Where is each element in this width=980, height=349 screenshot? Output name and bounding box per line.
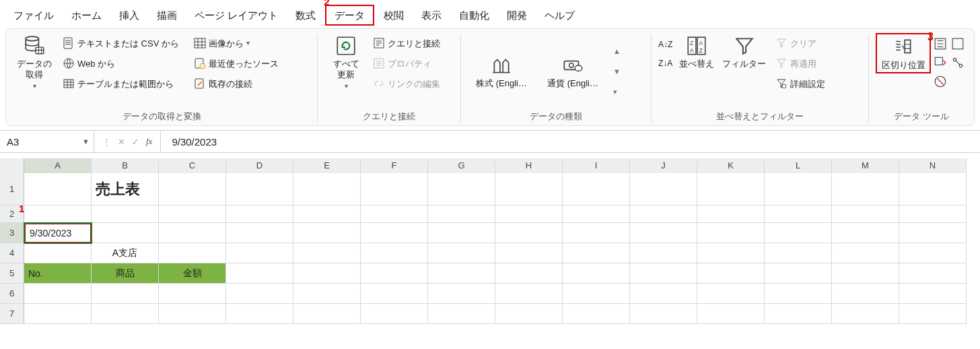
cell[interactable]: [495, 173, 563, 205]
col-header[interactable]: L: [765, 158, 832, 174]
col-header[interactable]: C: [159, 158, 226, 174]
relationships-icon[interactable]: [951, 56, 965, 69]
cell[interactable]: [563, 284, 630, 304]
cell[interactable]: [293, 173, 361, 205]
cell[interactable]: [361, 304, 428, 324]
queries-connections-button[interactable]: クエリと接続: [370, 33, 443, 53]
cell[interactable]: [563, 304, 630, 324]
cell[interactable]: [563, 223, 630, 243]
menu-data[interactable]: 2 データ: [325, 5, 374, 26]
reapply-filter-button[interactable]: 再適用: [773, 53, 828, 73]
cell[interactable]: [24, 304, 92, 324]
sort-asc-icon[interactable]: A↓Z: [658, 40, 672, 49]
cell[interactable]: [361, 173, 428, 205]
edit-links-button[interactable]: リンクの編集: [370, 73, 443, 94]
cell-header-amount[interactable]: 金額: [159, 263, 226, 284]
consolidate-icon[interactable]: [951, 37, 965, 51]
cell[interactable]: [630, 173, 697, 205]
col-header[interactable]: K: [697, 158, 765, 174]
cell[interactable]: [832, 263, 899, 284]
chevron-down-icon[interactable]: ▼: [82, 137, 90, 146]
row-header[interactable]: 1 2: [0, 205, 24, 223]
cell[interactable]: [361, 223, 428, 243]
cell[interactable]: [697, 304, 765, 324]
cell[interactable]: [293, 263, 361, 284]
cell[interactable]: [24, 284, 92, 304]
cell[interactable]: [563, 263, 630, 284]
cell[interactable]: [226, 243, 293, 263]
formula-bar-collapse-icon[interactable]: ⋮: [102, 137, 111, 147]
chevron-down-icon[interactable]: ▼: [613, 67, 621, 75]
menu-automate[interactable]: 自動化: [451, 6, 497, 24]
cell[interactable]: [765, 205, 832, 223]
advanced-filter-button[interactable]: 詳細設定: [773, 73, 828, 94]
col-header[interactable]: A: [24, 158, 92, 174]
cell[interactable]: [697, 284, 765, 304]
fx-icon[interactable]: fx: [146, 136, 152, 147]
cell[interactable]: [226, 223, 293, 243]
cell[interactable]: [361, 263, 428, 284]
sort-desc-icon[interactable]: Z↓A: [658, 59, 672, 68]
menu-insert[interactable]: 挿入: [111, 6, 147, 24]
data-validation-icon[interactable]: [934, 75, 947, 88]
cell[interactable]: [24, 205, 92, 223]
cell[interactable]: [293, 304, 361, 324]
cell[interactable]: [293, 223, 361, 243]
cell[interactable]: [361, 243, 428, 263]
cell[interactable]: [899, 205, 967, 223]
cell[interactable]: [832, 223, 899, 243]
cell[interactable]: [899, 263, 967, 284]
enter-icon[interactable]: ✓: [132, 137, 139, 147]
cell[interactable]: [832, 205, 899, 223]
formula-input[interactable]: 9/30/2023: [161, 136, 980, 148]
cell[interactable]: [563, 173, 630, 205]
row-header[interactable]: 7: [0, 304, 24, 324]
cell[interactable]: [630, 223, 697, 243]
filter-button[interactable]: フィルター: [718, 33, 770, 71]
cell[interactable]: [293, 205, 361, 223]
cell[interactable]: [495, 304, 563, 324]
cell[interactable]: [293, 284, 361, 304]
cancel-icon[interactable]: ✕: [118, 137, 125, 147]
col-header[interactable]: G: [428, 158, 495, 174]
text-to-columns-button[interactable]: 3 区切り位置: [876, 33, 931, 73]
cell[interactable]: [630, 304, 697, 324]
cell[interactable]: [832, 304, 899, 324]
cell[interactable]: [697, 243, 765, 263]
cell[interactable]: [24, 173, 92, 205]
refresh-all-button[interactable]: すべて更新: [324, 33, 368, 92]
cell[interactable]: [765, 304, 832, 324]
cell[interactable]: [92, 205, 159, 223]
expand-gallery-icon[interactable]: ▾: [613, 88, 621, 96]
menu-file[interactable]: ファイル: [5, 6, 62, 24]
cell[interactable]: [226, 173, 293, 205]
cell[interactable]: [159, 173, 226, 205]
cell[interactable]: [159, 284, 226, 304]
cell[interactable]: [361, 205, 428, 223]
row-header[interactable]: 6: [0, 284, 24, 304]
cell[interactable]: [428, 304, 495, 324]
cell[interactable]: [563, 205, 630, 223]
col-header[interactable]: M: [832, 158, 899, 174]
cell-title[interactable]: 売上表: [92, 173, 159, 205]
cell[interactable]: [428, 173, 495, 205]
cell[interactable]: [226, 284, 293, 304]
cell[interactable]: [92, 284, 159, 304]
cell[interactable]: [226, 263, 293, 284]
cell[interactable]: [428, 223, 495, 243]
menu-home[interactable]: ホーム: [63, 6, 110, 24]
cell[interactable]: [697, 173, 765, 205]
col-header[interactable]: D: [226, 158, 293, 174]
cell[interactable]: [159, 243, 226, 263]
cell[interactable]: [765, 223, 832, 243]
cell[interactable]: [495, 223, 563, 243]
cell[interactable]: [899, 243, 967, 263]
cell[interactable]: [630, 284, 697, 304]
cell[interactable]: [159, 205, 226, 223]
cell-B4[interactable]: A支店: [92, 243, 159, 263]
menu-draw[interactable]: 描画: [149, 6, 185, 24]
cell[interactable]: [159, 223, 226, 243]
cell[interactable]: [495, 243, 563, 263]
currency-datatype-button[interactable]: 通貨 (Engli…: [539, 53, 606, 90]
cell[interactable]: [495, 263, 563, 284]
